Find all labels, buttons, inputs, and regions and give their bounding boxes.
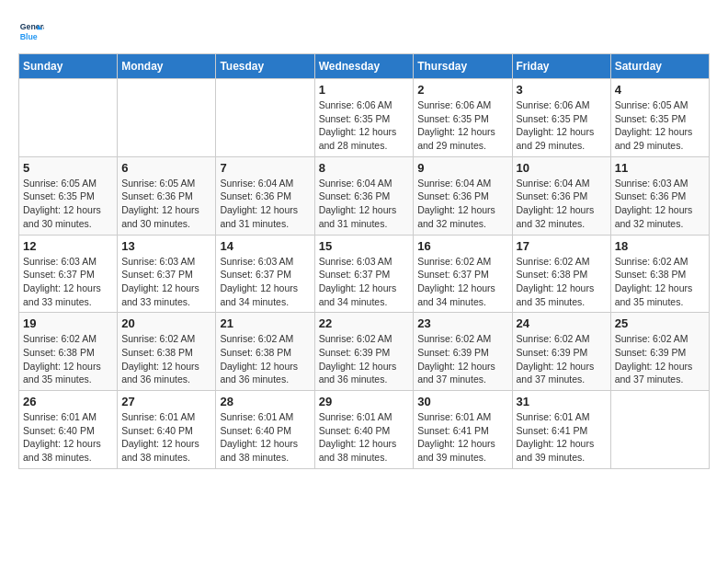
- day-number: 10: [517, 161, 607, 175]
- day-number: 9: [417, 161, 507, 175]
- day-number: 21: [220, 316, 310, 330]
- day-info: Sunrise: 6:04 AMSunset: 6:36 PMDaylight:…: [517, 177, 607, 231]
- day-number: 22: [319, 316, 410, 330]
- day-info: Sunrise: 6:01 AMSunset: 6:41 PMDaylight:…: [517, 410, 607, 465]
- weekday-saturday: Saturday: [610, 54, 709, 79]
- day-number: 4: [615, 83, 705, 97]
- day-info: Sunrise: 6:06 AMSunset: 6:35 PMDaylight:…: [517, 98, 607, 153]
- calendar-cell: 20Sunrise: 6:02 AMSunset: 6:38 PMDayligh…: [118, 313, 216, 391]
- svg-text:General: General: [20, 22, 44, 31]
- day-info: Sunrise: 6:03 AMSunset: 6:37 PMDaylight:…: [121, 255, 211, 309]
- day-info: Sunrise: 6:02 AMSunset: 6:38 PMDaylight:…: [517, 255, 607, 309]
- calendar-cell: 23Sunrise: 6:02 AMSunset: 6:39 PMDayligh…: [414, 313, 512, 391]
- calendar-cell: 12Sunrise: 6:03 AMSunset: 6:37 PMDayligh…: [19, 235, 118, 313]
- day-info: Sunrise: 6:02 AMSunset: 6:39 PMDaylight:…: [319, 332, 410, 386]
- day-info: Sunrise: 6:02 AMSunset: 6:39 PMDaylight:…: [417, 332, 507, 386]
- logo: General Blue: [18, 18, 48, 44]
- day-number: 31: [517, 395, 607, 408]
- weekday-monday: Monday: [118, 54, 216, 79]
- day-info: Sunrise: 6:06 AMSunset: 6:35 PMDaylight:…: [319, 98, 410, 153]
- calendar-cell: 28Sunrise: 6:01 AMSunset: 6:40 PMDayligh…: [216, 391, 314, 469]
- calendar-cell: 9Sunrise: 6:04 AMSunset: 6:36 PMDaylight…: [414, 156, 512, 235]
- day-number: 6: [121, 161, 211, 175]
- day-number: 13: [121, 239, 211, 253]
- calendar-cell: 3Sunrise: 6:06 AMSunset: 6:35 PMDaylight…: [512, 79, 610, 157]
- weekday-friday: Friday: [512, 54, 610, 79]
- calendar-cell: 13Sunrise: 6:03 AMSunset: 6:37 PMDayligh…: [118, 235, 216, 313]
- calendar-cell: 8Sunrise: 6:04 AMSunset: 6:36 PMDaylight…: [314, 156, 414, 235]
- calendar-cell: 25Sunrise: 6:02 AMSunset: 6:39 PMDayligh…: [610, 313, 709, 391]
- day-number: 23: [417, 316, 507, 330]
- calendar-cell: 2Sunrise: 6:06 AMSunset: 6:35 PMDaylight…: [414, 79, 512, 157]
- calendar-cell: 18Sunrise: 6:02 AMSunset: 6:38 PMDayligh…: [610, 235, 709, 313]
- calendar-cell: 31Sunrise: 6:01 AMSunset: 6:41 PMDayligh…: [512, 391, 610, 469]
- day-number: 29: [319, 395, 410, 408]
- day-info: Sunrise: 6:05 AMSunset: 6:36 PMDaylight:…: [121, 177, 211, 231]
- day-number: 5: [23, 161, 113, 175]
- day-info: Sunrise: 6:02 AMSunset: 6:37 PMDaylight:…: [417, 255, 507, 309]
- calendar-cell: 24Sunrise: 6:02 AMSunset: 6:39 PMDayligh…: [512, 313, 610, 391]
- week-row-4: 19Sunrise: 6:02 AMSunset: 6:38 PMDayligh…: [19, 313, 710, 391]
- calendar-cell: [118, 79, 216, 157]
- calendar-cell: 4Sunrise: 6:05 AMSunset: 6:35 PMDaylight…: [610, 79, 709, 157]
- weekday-header-row: SundayMondayTuesdayWednesdayThursdayFrid…: [19, 54, 710, 79]
- day-number: 25: [615, 316, 705, 330]
- day-number: 18: [615, 239, 705, 253]
- calendar-cell: 5Sunrise: 6:05 AMSunset: 6:35 PMDaylight…: [19, 156, 118, 235]
- day-number: 28: [220, 395, 310, 408]
- weekday-sunday: Sunday: [19, 54, 118, 79]
- day-number: 26: [23, 395, 113, 408]
- day-info: Sunrise: 6:04 AMSunset: 6:36 PMDaylight:…: [417, 177, 507, 231]
- day-info: Sunrise: 6:01 AMSunset: 6:41 PMDaylight:…: [417, 410, 507, 465]
- calendar-body: 1Sunrise: 6:06 AMSunset: 6:35 PMDaylight…: [19, 79, 710, 469]
- weekday-wednesday: Wednesday: [314, 54, 414, 79]
- page-header: General Blue: [18, 18, 710, 44]
- calendar-cell: 1Sunrise: 6:06 AMSunset: 6:35 PMDaylight…: [314, 79, 414, 157]
- day-number: 1: [319, 83, 410, 97]
- day-number: 7: [220, 161, 310, 175]
- svg-text:Blue: Blue: [20, 32, 38, 41]
- week-row-3: 12Sunrise: 6:03 AMSunset: 6:37 PMDayligh…: [19, 235, 710, 313]
- day-info: Sunrise: 6:02 AMSunset: 6:38 PMDaylight:…: [220, 332, 310, 386]
- week-row-1: 1Sunrise: 6:06 AMSunset: 6:35 PMDaylight…: [19, 79, 710, 157]
- day-info: Sunrise: 6:06 AMSunset: 6:35 PMDaylight:…: [417, 98, 507, 153]
- day-number: 27: [121, 395, 211, 408]
- calendar-cell: [216, 79, 314, 157]
- day-info: Sunrise: 6:01 AMSunset: 6:40 PMDaylight:…: [121, 410, 211, 465]
- calendar-cell: 6Sunrise: 6:05 AMSunset: 6:36 PMDaylight…: [118, 156, 216, 235]
- calendar-cell: 29Sunrise: 6:01 AMSunset: 6:40 PMDayligh…: [314, 391, 414, 469]
- day-info: Sunrise: 6:03 AMSunset: 6:36 PMDaylight:…: [615, 177, 705, 231]
- day-info: Sunrise: 6:02 AMSunset: 6:39 PMDaylight:…: [615, 332, 705, 386]
- calendar-cell: 22Sunrise: 6:02 AMSunset: 6:39 PMDayligh…: [314, 313, 414, 391]
- calendar-cell: 30Sunrise: 6:01 AMSunset: 6:41 PMDayligh…: [414, 391, 512, 469]
- day-number: 12: [23, 239, 113, 253]
- calendar-cell: [19, 79, 118, 157]
- day-info: Sunrise: 6:01 AMSunset: 6:40 PMDaylight:…: [23, 410, 113, 465]
- weekday-thursday: Thursday: [414, 54, 512, 79]
- calendar-cell: 15Sunrise: 6:03 AMSunset: 6:37 PMDayligh…: [314, 235, 414, 313]
- day-info: Sunrise: 6:01 AMSunset: 6:40 PMDaylight:…: [220, 410, 310, 465]
- day-info: Sunrise: 6:02 AMSunset: 6:38 PMDaylight:…: [23, 332, 113, 386]
- day-number: 17: [517, 239, 607, 253]
- calendar-cell: 10Sunrise: 6:04 AMSunset: 6:36 PMDayligh…: [512, 156, 610, 235]
- day-info: Sunrise: 6:02 AMSunset: 6:39 PMDaylight:…: [517, 332, 607, 386]
- calendar-table: SundayMondayTuesdayWednesdayThursdayFrid…: [18, 53, 710, 469]
- calendar-cell: 19Sunrise: 6:02 AMSunset: 6:38 PMDayligh…: [19, 313, 118, 391]
- calendar-cell: 27Sunrise: 6:01 AMSunset: 6:40 PMDayligh…: [118, 391, 216, 469]
- day-number: 15: [319, 239, 410, 253]
- day-number: 30: [417, 395, 507, 408]
- day-number: 8: [319, 161, 410, 175]
- day-number: 16: [417, 239, 507, 253]
- calendar-cell: 17Sunrise: 6:02 AMSunset: 6:38 PMDayligh…: [512, 235, 610, 313]
- calendar-cell: 14Sunrise: 6:03 AMSunset: 6:37 PMDayligh…: [216, 235, 314, 313]
- day-info: Sunrise: 6:04 AMSunset: 6:36 PMDaylight:…: [220, 177, 310, 231]
- calendar-cell: 11Sunrise: 6:03 AMSunset: 6:36 PMDayligh…: [610, 156, 709, 235]
- day-number: 14: [220, 239, 310, 253]
- weekday-tuesday: Tuesday: [216, 54, 314, 79]
- day-number: 2: [417, 83, 507, 97]
- calendar-cell: 16Sunrise: 6:02 AMSunset: 6:37 PMDayligh…: [414, 235, 512, 313]
- calendar-cell: 21Sunrise: 6:02 AMSunset: 6:38 PMDayligh…: [216, 313, 314, 391]
- day-info: Sunrise: 6:01 AMSunset: 6:40 PMDaylight:…: [319, 410, 410, 465]
- day-info: Sunrise: 6:03 AMSunset: 6:37 PMDaylight:…: [220, 255, 310, 309]
- day-info: Sunrise: 6:03 AMSunset: 6:37 PMDaylight:…: [23, 255, 113, 309]
